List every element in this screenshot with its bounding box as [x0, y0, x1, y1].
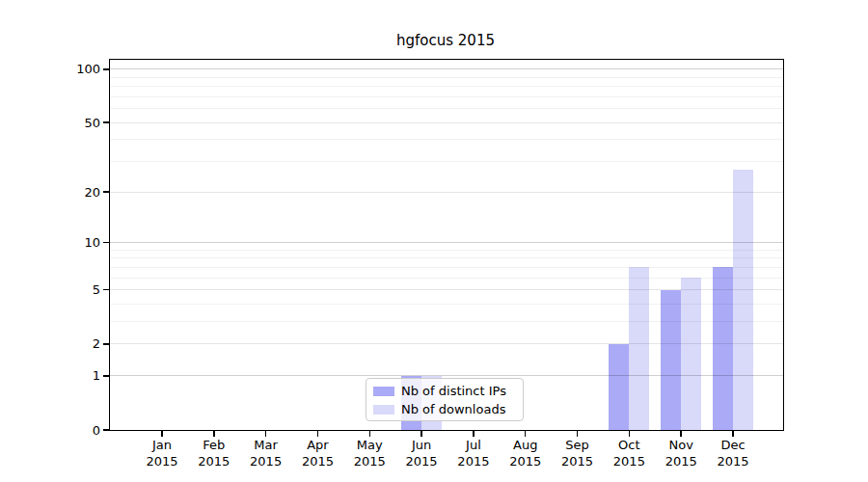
legend-swatch-downloads — [373, 405, 394, 415]
bar-nb-of-downloads-dec — [733, 170, 753, 430]
y-tick-label-0: 0 — [50, 422, 100, 439]
y-tick-label-1: 1 — [50, 367, 100, 384]
gridline-3 — [110, 321, 783, 322]
gridline-6 — [110, 278, 783, 279]
legend-item-downloads: Nb of downloads — [366, 400, 523, 418]
gridline-50 — [110, 122, 783, 123]
gridline-7 — [110, 267, 783, 268]
gridline-60 — [110, 108, 783, 109]
y-tick-label-2: 2 — [50, 335, 100, 352]
gridline-100 — [110, 68, 783, 69]
gridline-4 — [110, 304, 783, 305]
y-tick-mark-5 — [103, 289, 109, 291]
legend-label-distinct-ips: Nb of distinct IPs — [401, 384, 506, 398]
legend-item-distinct-ips: Nb of distinct IPs — [366, 382, 523, 400]
gridline-2 — [110, 343, 783, 344]
y-tick-label-5: 5 — [50, 281, 100, 298]
plot-area: 0125102050100 Jan 2015Feb 2015Mar 2015Ap… — [109, 59, 784, 431]
gridline-5 — [110, 289, 783, 290]
legend-label-downloads: Nb of downloads — [401, 402, 505, 416]
gridline-30 — [110, 161, 783, 162]
bar-nb-of-distinct-ips-dec — [713, 267, 733, 430]
legend: Nb of distinct IPs Nb of downloads — [366, 378, 524, 421]
gridline-9 — [110, 250, 783, 251]
gridline-80 — [110, 86, 783, 87]
chart-title: hgfocus 2015 — [109, 32, 782, 49]
gridline-20 — [110, 192, 783, 193]
y-tick-mark-50 — [103, 121, 109, 123]
bar-nb-of-distinct-ips-nov — [661, 290, 681, 430]
y-tick-label-100: 100 — [50, 61, 100, 77]
gridline-10 — [110, 242, 783, 243]
x-tick-label-dec: Dec 2015 — [702, 437, 764, 469]
gridline-8 — [110, 257, 783, 258]
y-tick-mark-0 — [103, 429, 109, 431]
gridline-90 — [110, 77, 783, 78]
gridline-40 — [110, 139, 783, 140]
bar-nb-of-downloads-oct — [629, 267, 649, 430]
legend-swatch-distinct-ips — [373, 387, 394, 396]
gridline-70 — [110, 96, 783, 97]
y-tick-label-10: 10 — [50, 234, 100, 251]
gridline-1 — [110, 375, 783, 376]
bar-nb-of-downloads-nov — [681, 278, 701, 430]
y-tick-mark-2 — [103, 343, 109, 345]
y-tick-mark-100 — [103, 68, 109, 70]
y-tick-mark-1 — [103, 375, 109, 377]
y-tick-mark-20 — [103, 191, 109, 193]
y-tick-label-20: 20 — [50, 184, 100, 201]
y-tick-label-50: 50 — [50, 115, 100, 131]
bar-nb-of-distinct-ips-oct — [609, 344, 629, 430]
chart-page: hgfocus 2015 0125102050100 Jan 2015Feb 2… — [0, 0, 868, 482]
y-tick-mark-10 — [103, 242, 109, 244]
